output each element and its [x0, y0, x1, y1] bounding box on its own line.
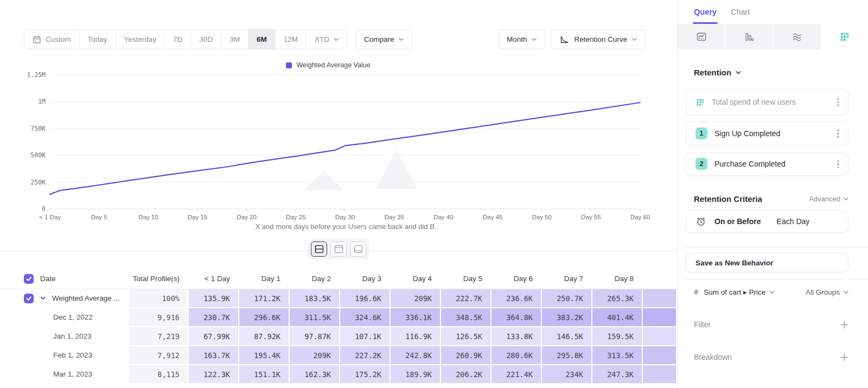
range-30d-button[interactable]: 30D	[190, 30, 221, 49]
column-header: Total Profile(s)	[129, 269, 189, 289]
y-axis-label: 0	[42, 205, 46, 213]
retention-value-cell: 151.1K	[239, 365, 290, 384]
add-breakdown-button[interactable]	[840, 353, 848, 361]
retention-value-cell: 189.9K	[391, 365, 441, 384]
retention-value-cell: 67.99K	[189, 327, 239, 346]
column-header: Day 2	[290, 269, 340, 289]
bar-chart-icon	[744, 31, 755, 42]
retention-line-chart: 0250K500K750K1M1.25M< 1 DayDay 5Day 10Da…	[0, 69, 677, 230]
criteria-mode-dropdown[interactable]: Advanced	[809, 195, 848, 203]
measure-property-dropdown[interactable]: Sum of cart ▸ Price	[704, 288, 774, 296]
legend-swatch	[286, 62, 292, 68]
select-all-checkbox[interactable]	[24, 274, 34, 284]
breakdown-section: Breakdown	[685, 353, 848, 361]
column-header: < 1 Day	[189, 269, 239, 289]
group-scope-dropdown[interactable]: All Groups	[806, 288, 848, 296]
tab-flow[interactable]	[773, 24, 820, 49]
save-as-new-behavior-button[interactable]: Save as New Behavior	[685, 253, 848, 272]
table-row: Feb 1, 20237,912163.7K195.4K209K227.2K24…	[0, 346, 677, 365]
granularity-dropdown[interactable]: Month	[498, 29, 546, 49]
chevron-down-icon	[632, 38, 637, 41]
kebab-menu-icon[interactable]	[836, 128, 840, 140]
add-filter-button[interactable]	[840, 321, 848, 329]
layout-toggle-row	[0, 236, 677, 259]
range-12m-button[interactable]: 12M	[275, 30, 306, 49]
x-axis-label: Day 55	[581, 214, 601, 220]
tab-chart[interactable]: Chart	[731, 7, 750, 24]
range-label: Yesterday	[124, 35, 157, 43]
retention-value-cell: 196.6K	[340, 289, 391, 308]
total-profiles-cell: 100%	[129, 289, 189, 308]
measure-row: # Sum of cart ▸ Price All Groups	[685, 279, 848, 296]
retention-criteria-header: Retention Criteria Advanced	[685, 194, 848, 203]
column-header: Day 4	[391, 269, 441, 289]
retention-value-cell: 183.5K	[290, 289, 340, 308]
retention-value-cell-overflow	[643, 327, 677, 346]
numeric-property-icon: #	[694, 288, 698, 296]
granularity-label: Month	[507, 35, 527, 43]
chart-legend: Weighted Average Value	[0, 61, 656, 69]
tab-bar-chart[interactable]	[725, 24, 773, 49]
retention-value-cell: 146.5K	[542, 327, 592, 346]
range-xtd-button[interactable]: XTD	[306, 30, 347, 49]
criteria-card[interactable]: On or Before Each Day	[685, 210, 848, 233]
sidebar-tabs: Query Chart	[678, 0, 868, 24]
retention-value-cell: 133.8K	[492, 327, 542, 346]
y-axis-label: 1M	[38, 98, 46, 105]
chart-view-label: Retention Curve	[574, 35, 627, 43]
table-row: Jan 1, 20237,21967.99K87.92K97.87K107.1K…	[0, 327, 677, 346]
retention-value-cell: 87.92K	[239, 327, 290, 346]
layout-table-only-button[interactable]	[350, 241, 366, 257]
report-type-selector[interactable]: Retention	[685, 68, 848, 77]
range-3m-button[interactable]: 3M	[221, 30, 248, 49]
range-today-button[interactable]: Today	[79, 30, 116, 49]
step-card-2[interactable]: 2 Purchase Completed	[685, 152, 848, 176]
main-panel: CustomTodayYesterday7D30D3M6M12MXTD Comp…	[0, 0, 677, 388]
kebab-menu-icon[interactable]	[836, 96, 840, 109]
retention-value-cell: 122.3K	[189, 365, 239, 384]
retention-value-cell: 242.8K	[391, 346, 441, 365]
range-7d-button[interactable]: 7D	[164, 30, 190, 49]
tab-query[interactable]: Query	[694, 7, 717, 24]
step-card-1[interactable]: 1 Sign Up Completed	[685, 122, 848, 145]
retention-value-cell: 250.7K	[542, 289, 592, 308]
compare-button[interactable]: Compare	[355, 29, 413, 49]
range-label: 30D	[199, 35, 213, 43]
line-chart-icon	[696, 31, 707, 42]
chart-view-dropdown[interactable]: Retention Curve	[551, 29, 646, 49]
tab-line-chart[interactable]	[678, 24, 725, 49]
retention-value-cell: 280.6K	[492, 346, 542, 365]
chevron-down-icon[interactable]	[40, 296, 46, 300]
layout-chart-only-button[interactable]	[330, 241, 347, 257]
x-axis-label: Day 60	[630, 214, 650, 220]
retention-value-cell-overflow	[643, 289, 677, 308]
kebab-menu-icon[interactable]	[836, 158, 840, 170]
x-axis-label: Day 40	[433, 214, 453, 220]
step-number-badge: 2	[695, 158, 707, 170]
report-type-label: Retention	[694, 68, 731, 77]
layout-split-view-button[interactable]	[311, 241, 327, 257]
filter-label: Filter	[694, 320, 711, 329]
date-range-group: CustomTodayYesterday7D30D3M6M12MXTD	[24, 29, 347, 49]
row-label: Weighted Average ...	[52, 294, 120, 302]
x-axis-label: Day 20	[237, 214, 256, 220]
x-axis-caption: X and more days before your Users came b…	[0, 222, 692, 231]
range-yesterday-button[interactable]: Yesterday	[116, 30, 165, 49]
retention-grid-icon	[695, 98, 705, 107]
retention-dashboard: CustomTodayYesterday7D30D3M6M12MXTD Comp…	[0, 0, 868, 388]
step-number-badge: 1	[695, 128, 707, 139]
range-custom-button[interactable]: Custom	[24, 30, 79, 49]
column-header-date: Date	[40, 275, 56, 283]
row-checkbox[interactable]	[24, 294, 34, 303]
behavior-card[interactable]: Total spend of new users	[685, 89, 848, 115]
retention-value-cell: 195.4K	[239, 346, 290, 365]
filter-section: Filter	[685, 320, 848, 329]
retention-value-cell: 171.2K	[239, 289, 290, 308]
chart-area: Weighted Average Value 0250K500K750K1M1.…	[0, 59, 677, 238]
range-6m-button[interactable]: 6M	[248, 30, 275, 49]
chevron-down-icon	[736, 71, 741, 74]
retention-value-cell: 116.9K	[391, 327, 441, 346]
tab-retention[interactable]	[820, 24, 868, 49]
x-axis-label: Day 25	[286, 214, 305, 220]
retention-value-cell: 227.2K	[340, 346, 391, 365]
